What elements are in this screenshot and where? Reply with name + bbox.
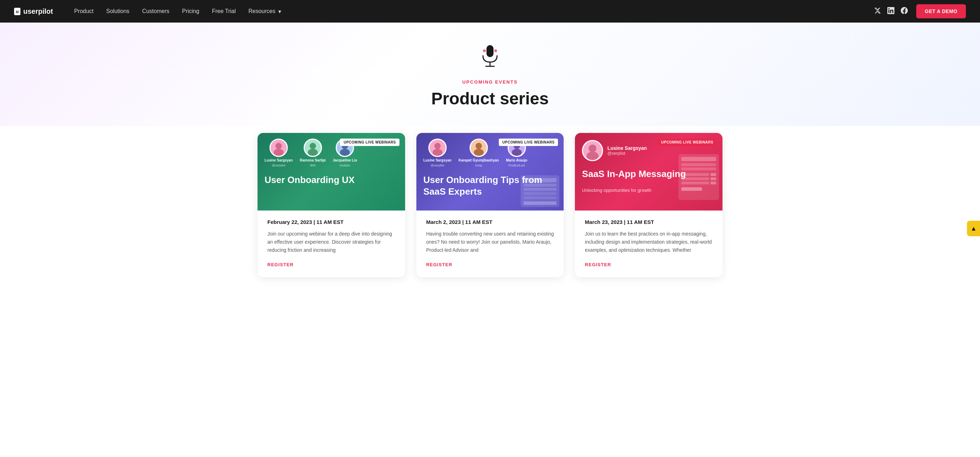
twitter-icon[interactable]	[874, 7, 881, 16]
card-1-register[interactable]: REGISTER	[267, 262, 293, 267]
svg-point-1	[483, 50, 486, 52]
speaker-1-avatar	[269, 139, 288, 157]
card2-speaker-3-name: Mario Araujo	[506, 158, 527, 162]
social-links	[874, 7, 908, 16]
logo-icon: u	[14, 8, 21, 15]
webinar-card-2: UPCOMING LIVE WEBINARS Lusine Sargsyan @…	[416, 133, 564, 277]
svg-point-10	[340, 149, 350, 156]
card-3-speaker-handle: @serpilot	[607, 151, 647, 156]
card-3-badge: UPCOMING LIVE WEBINARS	[658, 139, 717, 146]
card2-speaker-1-company: @serpilot	[431, 164, 444, 167]
card-1-speakers: Lusine Sargsyan @serpilot Ramona Sartipi…	[258, 133, 405, 167]
card-3-body: March 23, 2023 | 11 AM EST Join us to le…	[575, 211, 722, 277]
card-1-image: UPCOMING LIVE WEBINARS Lusine Sargsyan @…	[258, 133, 405, 211]
card-1-badge: UPCOMING LIVE WEBINARS	[340, 139, 399, 146]
svg-point-13	[476, 143, 482, 149]
svg-point-8	[308, 149, 318, 156]
cards-section: UPCOMING LIVE WEBINARS Lusine Sargsyan @…	[243, 133, 737, 298]
nav-pricing[interactable]: Pricing	[182, 8, 199, 14]
svg-point-7	[310, 143, 316, 149]
speaker-1-company: @serpilot	[272, 164, 285, 167]
nav-solutions[interactable]: Solutions	[107, 8, 130, 14]
card2-speaker-3-company: ProductLed	[509, 164, 525, 167]
card-3-register[interactable]: REGISTER	[585, 262, 611, 267]
card-3-date: March 23, 2023 | 11 AM EST	[585, 219, 713, 225]
svg-point-17	[589, 145, 597, 152]
hero-section: UPCOMING EVENTS Product series	[0, 22, 980, 126]
card2-speaker-2-avatar	[469, 139, 488, 157]
card-1-title: User Onboarding UX	[258, 167, 405, 193]
svg-point-6	[274, 149, 283, 156]
card-2-description: Having trouble converting new users and …	[426, 230, 554, 254]
card2-speaker-2-name: Karapet Gyumjibashyan	[459, 158, 499, 162]
card-2-mockui	[521, 175, 559, 207]
webinar-card-1: UPCOMING LIVE WEBINARS Lusine Sargsyan @…	[258, 133, 405, 277]
logo[interactable]: u userpilot	[14, 7, 53, 16]
card-2-date: March 2, 2023 | 11 AM EST	[426, 219, 554, 225]
card-3-image: UPCOMING LIVE WEBINARS Lusine Sargsyan @…	[575, 133, 722, 211]
hero-title: Product series	[7, 89, 973, 108]
card-3-speaker-name: Lusine Sargsyan	[607, 145, 647, 151]
navbar: u userpilot Product Solutions Customers …	[0, 0, 980, 22]
svg-point-5	[275, 143, 282, 149]
speaker-2-avatar	[304, 139, 322, 157]
card-2-register[interactable]: REGISTER	[426, 262, 452, 267]
svg-rect-0	[487, 45, 493, 57]
nav-free-trial[interactable]: Free Trial	[212, 8, 236, 14]
speaker-1-name: Lusine Sargsyan	[264, 158, 293, 162]
card-3-description: Join us to learn the best practices on i…	[585, 230, 713, 254]
facebook-icon[interactable]	[901, 7, 908, 16]
card-3-speaker-info: Lusine Sargsyan @serpilot	[607, 145, 647, 156]
card2-speaker-1-name: Lusine Sargsyan	[423, 158, 452, 162]
upcoming-events-label: UPCOMING EVENTS	[7, 79, 973, 85]
linkedin-icon[interactable]	[887, 7, 894, 16]
speaker-3-name: Jacqueline Liu	[332, 158, 357, 162]
speaker-2-name: Ramona Sartipi	[300, 158, 326, 162]
webinar-card-3: UPCOMING LIVE WEBINARS Lusine Sargsyan @…	[575, 133, 722, 277]
svg-point-18	[587, 152, 598, 160]
speaker-2-ramona: Ramona Sartipi IBM	[300, 139, 326, 167]
card-1-date: February 22, 2023 | 11 AM EST	[267, 219, 395, 225]
speaker-2-company: IBM	[310, 164, 316, 167]
nav-customers[interactable]: Customers	[142, 8, 169, 14]
card-2-body: March 2, 2023 | 11 AM EST Having trouble…	[416, 211, 564, 277]
nav-product[interactable]: Product	[74, 8, 93, 14]
svg-point-16	[512, 149, 522, 156]
card2-speaker-2-company: krisp	[475, 164, 482, 167]
speaker-1-lusine: Lusine Sargsyan @serpilot	[264, 139, 293, 167]
card-2-image: UPCOMING LIVE WEBINARS Lusine Sargsyan @…	[416, 133, 564, 211]
speaker-3-company: ecobes	[340, 164, 350, 167]
svg-point-2	[494, 50, 497, 52]
card2-speaker-2: Karapet Gyumjibashyan krisp	[459, 139, 499, 167]
nav-links: Product Solutions Customers Pricing Free…	[74, 8, 864, 15]
microphone-icon	[7, 44, 973, 74]
card-2-speakers: Lusine Sargsyan @serpilot Karapet Gyumji…	[416, 133, 564, 167]
card-2-badge: UPCOMING LIVE WEBINARS	[499, 139, 558, 146]
card-1-description: Join our upcoming webinar for a deep div…	[267, 230, 395, 254]
svg-point-14	[474, 149, 484, 156]
floating-action-badge[interactable]: ▲	[967, 221, 980, 236]
nav-resources[interactable]: Resources ▾	[248, 8, 281, 15]
card-3-speaker-avatar	[582, 140, 603, 161]
logo-text: userpilot	[23, 7, 53, 16]
svg-point-11	[434, 143, 441, 149]
card-3-mockui	[678, 154, 719, 200]
card2-speaker-1: Lusine Sargsyan @serpilot	[423, 139, 452, 167]
svg-point-12	[433, 149, 442, 156]
card2-speaker-1-avatar	[428, 139, 447, 157]
card-1-body: February 22, 2023 | 11 AM EST Join our u…	[258, 211, 405, 277]
chevron-down-icon: ▾	[278, 8, 281, 15]
get-demo-button[interactable]: GET A DEMO	[916, 4, 966, 18]
